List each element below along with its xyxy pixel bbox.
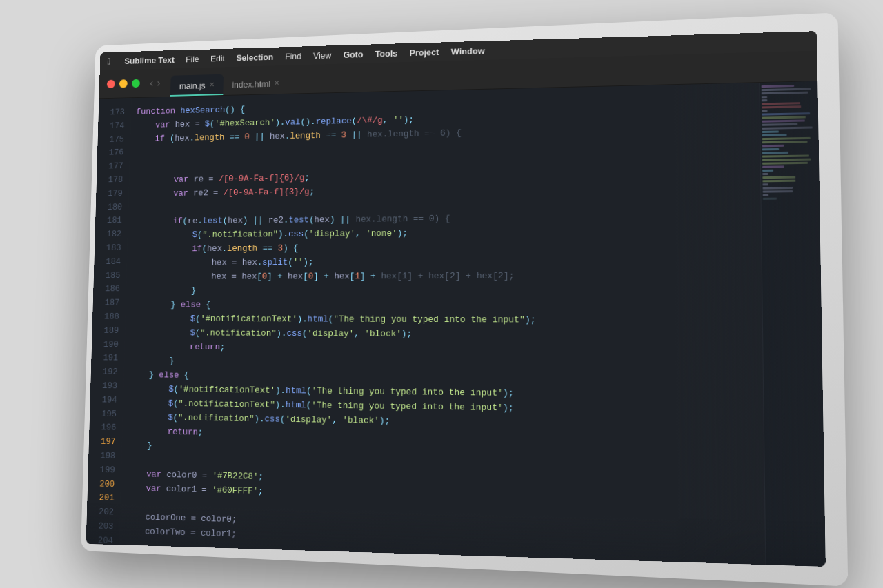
line-num-195: 195 [101, 407, 117, 421]
mini-line [762, 91, 808, 94]
menu-view[interactable]: View [313, 50, 332, 60]
mini-line [762, 126, 812, 129]
forward-arrow[interactable]: › [157, 77, 160, 88]
mini-line [762, 96, 767, 98]
tab-index-html[interactable]: index.html ✕ [223, 72, 288, 95]
menu-project[interactable]: Project [409, 46, 439, 57]
code-line-184: hex = hex.split(''); [132, 254, 762, 270]
navigation-arrows: ‹ › [150, 77, 161, 88]
line-num-198: 198 [100, 449, 115, 463]
editor-area[interactable]: 173 174 175 176 177 178 179 180 181 182 … [86, 81, 826, 567]
mini-line [763, 186, 793, 189]
mini-line [763, 190, 793, 193]
line-num-193: 193 [102, 379, 117, 393]
mini-line [762, 165, 784, 168]
line-num-175: 175 [109, 132, 124, 146]
menu-find[interactable]: Find [285, 50, 301, 61]
mini-line [763, 197, 777, 199]
mini-line [762, 172, 768, 174]
mini-line [762, 158, 811, 161]
mini-line [762, 183, 768, 185]
menu-edit[interactable]: Edit [210, 52, 225, 63]
mini-line [762, 144, 784, 147]
apple-menu-icon[interactable]:  [108, 56, 111, 66]
mini-line [762, 130, 778, 132]
line-num-199: 199 [100, 463, 115, 477]
tab-index-html-label: index.html [232, 78, 270, 89]
maximize-button[interactable] [132, 79, 140, 87]
line-num-174: 174 [110, 119, 125, 133]
code-line-185: hex = hex[0] + hex[0] + hex[1] + hex[1] … [131, 268, 762, 284]
minimap-content [760, 81, 820, 203]
code-content[interactable]: function hexSearch() { var hex = $('#hex… [119, 83, 765, 565]
line-num-204: 204 [98, 534, 113, 548]
line-num-186: 186 [105, 283, 120, 296]
line-num-197: 197 [101, 435, 116, 449]
mini-line [762, 141, 807, 143]
line-num-190: 190 [103, 338, 119, 352]
mini-line [762, 99, 767, 101]
minimize-button[interactable] [119, 79, 128, 88]
line-num-185: 185 [106, 269, 121, 283]
mini-line [762, 84, 795, 87]
mini-line [762, 161, 807, 164]
menu-file[interactable]: File [186, 54, 199, 64]
close-button[interactable] [107, 79, 115, 88]
tab-main-js-close[interactable]: ✕ [209, 81, 215, 88]
line-num-203: 203 [98, 519, 113, 534]
tab-main-js[interactable]: main.js ✕ [170, 74, 224, 96]
line-num-187: 187 [105, 296, 120, 310]
line-num-192: 192 [103, 365, 118, 379]
mini-line [762, 134, 787, 136]
line-num-177: 177 [108, 159, 123, 173]
code-line-186: } [131, 283, 762, 298]
menu-sublime-text[interactable]: Sublime Text [124, 54, 175, 65]
laptop-frame:  Sublime Text File Edit Selection Find … [81, 12, 848, 586]
code-line-187: } else { [130, 298, 762, 313]
tab-main-js-label: main.js [179, 80, 206, 90]
line-num-201: 201 [99, 491, 114, 505]
traffic-lights [107, 79, 140, 88]
mini-line [762, 105, 801, 108]
mini-line [762, 102, 800, 105]
mini-line [762, 151, 788, 154]
mini-line [762, 179, 795, 182]
line-num-189: 189 [103, 323, 119, 337]
tab-index-html-close[interactable]: ✕ [274, 80, 279, 87]
mini-line [763, 194, 768, 196]
line-num-188: 188 [104, 310, 119, 323]
line-num-178: 178 [108, 173, 123, 187]
line-num-182: 182 [106, 227, 121, 241]
mini-line [762, 148, 779, 150]
line-num-194: 194 [102, 393, 117, 407]
mini-line [762, 110, 767, 112]
line-num-184: 184 [106, 255, 121, 269]
menu-tools[interactable]: Tools [375, 48, 398, 58]
mini-line [762, 112, 810, 115]
screen:  Sublime Text File Edit Selection Find … [86, 31, 826, 567]
mini-line [762, 136, 811, 139]
back-arrow[interactable]: ‹ [150, 77, 153, 88]
mini-line [762, 116, 806, 119]
mini-line [762, 88, 811, 91]
line-num-200: 200 [99, 477, 115, 491]
menu-window[interactable]: Window [451, 45, 485, 56]
mini-line [762, 176, 795, 179]
line-num-191: 191 [103, 352, 118, 365]
menu-goto[interactable]: Goto [343, 49, 363, 59]
line-num-176: 176 [109, 146, 124, 160]
mini-line [762, 169, 773, 171]
line-num-173: 173 [110, 105, 125, 119]
line-num-205: 205 [97, 547, 112, 562]
line-num-179: 179 [108, 187, 123, 201]
line-num-180: 180 [107, 201, 122, 214]
line-num-202: 202 [99, 505, 114, 520]
line-num-196: 196 [101, 420, 116, 435]
menu-selection[interactable]: Selection [236, 51, 273, 62]
mini-line [762, 119, 804, 122]
line-num-181: 181 [107, 214, 122, 227]
mini-line [762, 123, 797, 125]
code-line-188: $('#notificationText').html("The thing y… [130, 312, 762, 328]
mini-line [762, 154, 809, 157]
minimap[interactable] [759, 81, 825, 567]
